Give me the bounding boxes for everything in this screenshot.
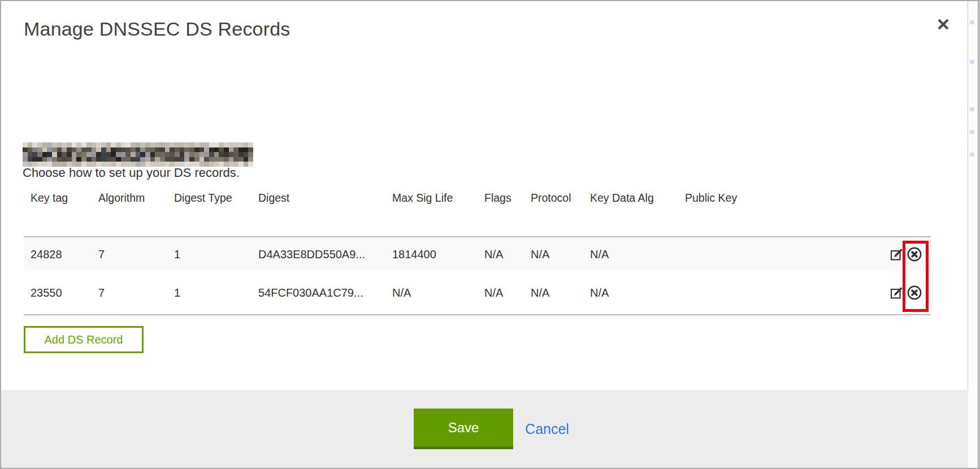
cell-digest: D4A33E8DD550A9... xyxy=(251,237,385,271)
ds-records-table: Key tag Algorithm Digest Type Digest Max… xyxy=(24,189,931,315)
background-content-fragment xyxy=(970,60,974,64)
background-page-edge xyxy=(969,1,980,469)
background-content-fragment xyxy=(970,130,974,134)
cell-key-data-alg: N/A xyxy=(583,237,678,271)
column-header-protocol: Protocol xyxy=(524,189,583,237)
cell-max-sig-life: 1814400 xyxy=(385,237,478,271)
cell-digest: 54FCF030AA1C79... xyxy=(251,271,385,315)
screenshot-canvas: Manage DNSSEC DS Records Choose how to s… xyxy=(0,0,980,469)
scrollbar[interactable] xyxy=(978,1,980,469)
save-button[interactable]: Save xyxy=(414,409,513,449)
cell-key-tag: 24828 xyxy=(24,237,92,271)
cell-public-key xyxy=(678,271,865,315)
cell-algorithm: 7 xyxy=(92,271,167,315)
cell-digest-type: 1 xyxy=(167,271,251,315)
cell-flags: N/A xyxy=(478,237,524,271)
row-actions xyxy=(865,271,931,315)
cell-algorithm: 7 xyxy=(92,237,167,271)
table-row: 24828 7 1 D4A33E8DD550A9... 1814400 N/A … xyxy=(24,237,931,271)
table-row: 23550 7 1 54FCF030AA1C79... N/A N/A N/A … xyxy=(24,271,931,315)
background-content-fragment xyxy=(970,153,974,157)
cell-max-sig-life: N/A xyxy=(385,271,478,315)
cell-key-tag: 23550 xyxy=(24,271,92,315)
cancel-link[interactable]: Cancel xyxy=(525,421,569,437)
background-content-fragment xyxy=(970,107,974,111)
cell-digest-type: 1 xyxy=(167,237,251,271)
delete-record-icon[interactable] xyxy=(907,285,922,301)
table-header-row: Key tag Algorithm Digest Type Digest Max… xyxy=(24,189,931,237)
column-header-key-data-alg: Key Data Alg xyxy=(583,189,678,237)
add-ds-record-button[interactable]: Add DS Record xyxy=(24,326,144,353)
close-icon[interactable] xyxy=(935,16,952,33)
cell-protocol: N/A xyxy=(524,271,583,315)
background-content-fragment xyxy=(970,20,974,24)
column-header-algorithm: Algorithm xyxy=(92,189,167,237)
edit-record-icon[interactable] xyxy=(890,247,904,262)
column-header-digest: Digest xyxy=(251,189,385,237)
column-header-actions xyxy=(865,189,931,237)
row-actions xyxy=(865,237,931,271)
cell-public-key xyxy=(678,237,865,271)
redacted-domain xyxy=(23,142,253,167)
modal-footer: Save Cancel xyxy=(1,390,968,468)
modal-title: Manage DNSSEC DS Records xyxy=(24,18,290,40)
cell-flags: N/A xyxy=(478,271,524,315)
cell-protocol: N/A xyxy=(524,237,583,271)
column-header-digest-type: Digest Type xyxy=(167,189,251,237)
column-header-flags: Flags xyxy=(478,189,524,237)
column-header-key-tag: Key tag xyxy=(24,189,92,237)
delete-record-icon[interactable] xyxy=(907,246,922,262)
column-header-public-key: Public Key xyxy=(678,189,865,237)
dnssec-modal: Manage DNSSEC DS Records Choose how to s… xyxy=(1,1,968,468)
edit-record-icon[interactable] xyxy=(890,286,904,300)
cell-key-data-alg: N/A xyxy=(583,271,678,315)
column-header-max-sig-life: Max Sig Life xyxy=(385,189,478,237)
instruction-text: Choose how to set up your DS records. xyxy=(23,166,240,180)
